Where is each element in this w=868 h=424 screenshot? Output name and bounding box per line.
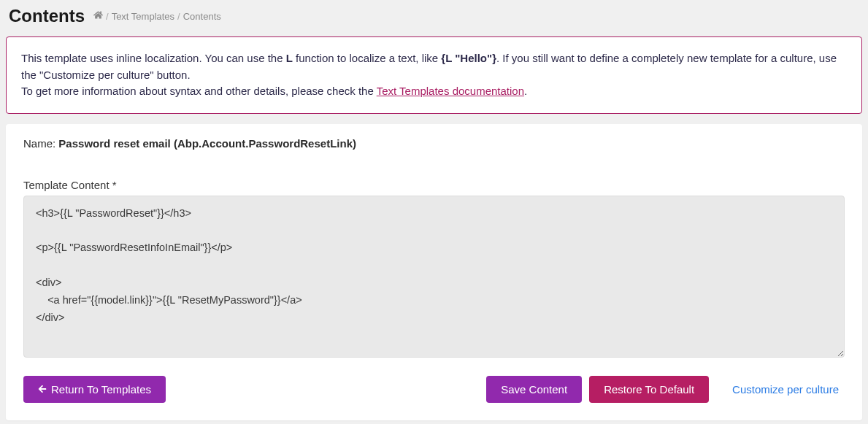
save-button[interactable]: Save Content — [486, 376, 582, 403]
alert-bold: L — [286, 52, 293, 64]
docs-link[interactable]: Text Templates documentation — [377, 85, 524, 97]
alert-text: function to localize a text, like — [293, 52, 441, 64]
alert-text: . — [524, 85, 527, 97]
template-name-row: Name: Password reset email (Abp.Account.… — [23, 137, 845, 150]
return-button[interactable]: Return To Templates — [23, 376, 166, 403]
save-button-label: Save Content — [501, 383, 567, 396]
breadcrumb-separator: / — [106, 11, 109, 22]
breadcrumb-separator: / — [177, 11, 180, 22]
return-button-label: Return To Templates — [51, 383, 151, 396]
breadcrumb-item[interactable]: Text Templates — [112, 11, 174, 22]
name-value: Password reset email (Abp.Account.Passwo… — [58, 137, 356, 150]
alert-bold: {L "Hello"} — [441, 52, 496, 64]
breadcrumb-item: Contents — [183, 11, 221, 22]
arrow-left-icon — [38, 383, 47, 396]
restore-button-label: Restore To Default — [604, 383, 694, 396]
info-alert: This template uses inline localization. … — [6, 36, 862, 114]
restore-button[interactable]: Restore To Default — [589, 376, 709, 403]
page-title: Contents — [9, 6, 85, 26]
name-label: Name: — [23, 137, 58, 150]
alert-text: This template uses inline localization. … — [21, 52, 286, 64]
page-header: Contents / Text Templates / Contents — [6, 6, 862, 26]
content-card: Name: Password reset email (Abp.Account.… — [6, 124, 862, 420]
template-content-textarea[interactable] — [23, 196, 845, 358]
content-label: Template Content * — [23, 179, 845, 191]
breadcrumb: / Text Templates / Contents — [93, 10, 221, 22]
home-icon[interactable] — [93, 10, 103, 22]
customize-link-label: Customize per culture — [732, 383, 839, 396]
action-bar: Return To Templates Save Content Restore… — [23, 376, 845, 403]
customize-link[interactable]: Customize per culture — [726, 376, 845, 403]
alert-text: To get more information about syntax and… — [21, 85, 377, 97]
